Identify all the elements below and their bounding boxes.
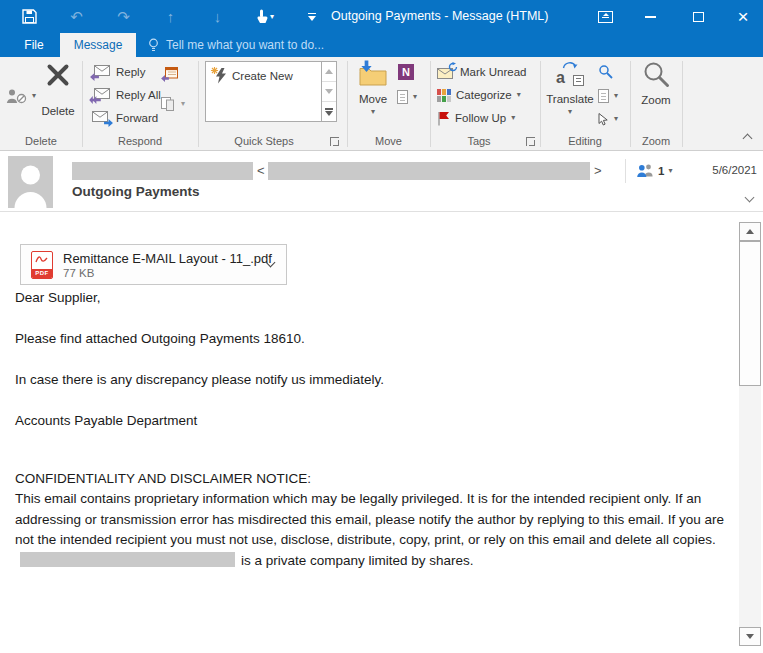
zoom-magnifier-icon <box>643 61 670 88</box>
title-bar: ↶ ↷ ↑ ↓ ▾ Outgoing Payments - Message (H… <box>0 0 763 33</box>
tell-me-label: Tell me what you want to do... <box>166 38 324 52</box>
scrollbar-down-button[interactable] <box>739 627 761 646</box>
ribbon-display-options-button[interactable] <box>588 0 622 33</box>
gallery-more-button[interactable] <box>322 102 336 122</box>
meeting-button[interactable] <box>163 64 180 82</box>
expand-header-button[interactable] <box>745 193 755 203</box>
actions-button[interactable]: ▾ <box>397 88 417 106</box>
reply-all-button[interactable]: Reply All <box>92 86 161 104</box>
save-icon <box>22 9 37 24</box>
attached-line: Please find attached Outgoing Payments 1… <box>15 329 731 350</box>
signature-line: Accounts Payable Department <box>15 411 731 432</box>
ignore-button[interactable]: ▾ <box>6 87 36 105</box>
quick-steps-dialog-launcher[interactable] <box>330 137 339 146</box>
find-button[interactable] <box>599 63 613 81</box>
scrollbar-up-button[interactable] <box>739 222 761 241</box>
company-name-redacted <box>20 552 235 567</box>
follow-up-label: Follow Up <box>455 112 506 124</box>
tab-file[interactable]: File <box>8 33 60 57</box>
delete-button[interactable]: Delete <box>36 62 80 117</box>
sender-avatar <box>8 156 53 208</box>
ignore-person-icon <box>6 89 27 104</box>
close-icon: × <box>737 7 748 26</box>
next-item-button[interactable]: ↓ <box>194 0 241 33</box>
undo-button[interactable]: ↶ <box>53 0 100 33</box>
lightning-bolt-icon <box>213 68 227 84</box>
close-button[interactable]: × <box>726 0 760 33</box>
dropdown-caret-icon: ▾ <box>371 108 375 116</box>
translate-label: Translate <box>546 93 594 105</box>
actions-page-icon <box>397 90 408 104</box>
gallery-scroll-down-button[interactable] <box>322 82 336 102</box>
tell-me-box[interactable]: Tell me what you want to do... <box>148 33 324 57</box>
tags-dialog-launcher[interactable] <box>526 137 535 146</box>
mark-unread-button[interactable]: Mark Unread <box>437 63 526 81</box>
categorize-button[interactable]: Categorize ▾ <box>437 86 521 104</box>
dropdown-caret-icon: ▾ <box>413 93 417 101</box>
dropdown-caret-icon: ▾ <box>668 167 672 175</box>
lightbulb-icon <box>148 38 159 53</box>
down-arrow-icon: ↓ <box>214 9 222 24</box>
maximize-button[interactable] <box>681 0 715 33</box>
onenote-icon: N <box>398 64 414 80</box>
move-folder-icon <box>358 62 388 86</box>
move-button[interactable]: Move ▾ <box>352 62 394 116</box>
select-button[interactable]: ▾ <box>598 110 618 128</box>
related-page-icon <box>598 89 609 103</box>
scrollbar-thumb[interactable] <box>739 241 761 386</box>
dropdown-caret-icon: ▾ <box>568 108 572 116</box>
tab-message[interactable]: Message <box>60 33 136 57</box>
select-cursor-icon <box>598 113 609 126</box>
forward-envelope-icon <box>92 111 111 125</box>
disclaimer-text-after: is a private company limited by shares. <box>241 553 474 568</box>
collapse-ribbon-button[interactable] <box>743 134 753 144</box>
email-bracket-close: > <box>594 163 602 178</box>
meeting-icon <box>163 66 180 81</box>
message-date: 5/6/2021 <box>712 164 757 176</box>
redo-icon: ↷ <box>117 9 130 24</box>
window-title: Outgoing Payments - Message (HTML) <box>331 0 548 33</box>
header-divider <box>625 159 626 183</box>
recipient-count-button[interactable]: 1 ▾ <box>636 164 672 177</box>
categorize-label: Categorize <box>456 89 512 101</box>
sender-name-redacted <box>72 162 253 180</box>
group-label-move: Move <box>347 135 430 147</box>
delete-button-label: Delete <box>41 105 74 117</box>
reply-button[interactable]: Reply <box>92 63 145 81</box>
create-new-label: Create New <box>232 70 293 82</box>
categorize-icon <box>437 89 451 102</box>
customize-quick-access-button[interactable] <box>288 0 335 33</box>
group-label-zoom: Zoom <box>630 135 682 147</box>
dropdown-caret-icon: ▾ <box>181 100 185 108</box>
touch-mouse-mode-button[interactable]: ▾ <box>241 0 288 33</box>
related-button[interactable]: ▾ <box>598 87 618 105</box>
up-arrow-icon: ↑ <box>167 9 175 24</box>
vertical-scrollbar[interactable] <box>739 222 761 646</box>
follow-up-button[interactable]: Follow Up ▾ <box>437 109 515 127</box>
scroll-down-icon <box>746 634 754 639</box>
undo-icon: ↶ <box>70 9 83 24</box>
onenote-button[interactable]: N <box>398 63 414 81</box>
minimize-button[interactable] <box>633 0 667 33</box>
forward-button[interactable]: Forward <box>92 109 158 127</box>
im-button[interactable]: ▾ <box>161 95 185 113</box>
translate-button[interactable]: a Translate ▾ <box>546 62 594 116</box>
gallery-scroll-up-button[interactable] <box>322 62 336 82</box>
message-body-pane: PDF Remittance E-MAIL Layout - 11_.pdf 7… <box>0 212 763 653</box>
redo-button[interactable]: ↷ <box>100 0 147 33</box>
pdf-type-label: PDF <box>32 269 52 278</box>
sender-email-redacted <box>268 162 590 180</box>
dropdown-caret-icon: ▾ <box>614 92 618 100</box>
group-label-quick-steps: Quick Steps <box>198 135 330 147</box>
gallery-scroll-strip <box>321 62 336 121</box>
ribbon-display-options-icon <box>598 11 613 23</box>
zoom-button[interactable]: Zoom <box>634 61 678 106</box>
attachment-size: 77 KB <box>63 267 94 279</box>
scroll-up-icon <box>746 229 754 234</box>
previous-item-button[interactable]: ↑ <box>147 0 194 33</box>
save-button[interactable] <box>6 0 53 33</box>
create-new-quick-step[interactable]: Create New <box>213 67 293 85</box>
attachment-card[interactable]: PDF Remittance E-MAIL Layout - 11_.pdf 7… <box>20 244 287 285</box>
dropdown-caret-icon: ▾ <box>517 91 521 99</box>
move-button-label: Move <box>359 93 387 105</box>
